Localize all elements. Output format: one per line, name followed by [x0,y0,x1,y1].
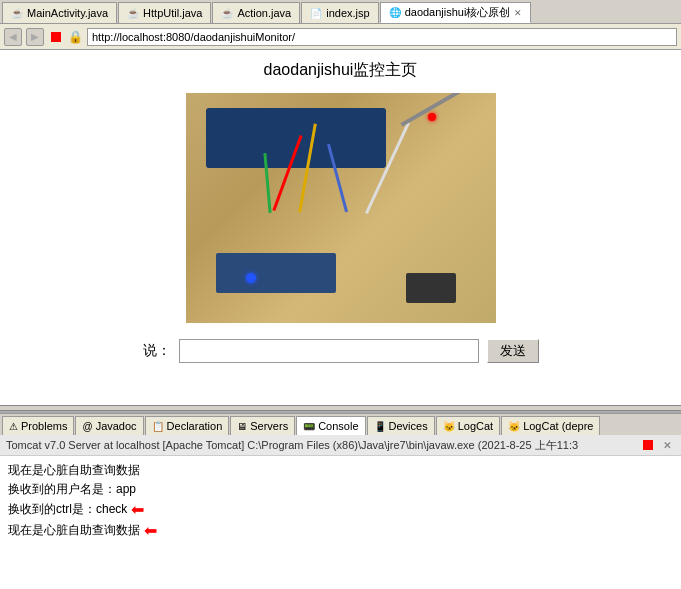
hw-background [186,93,496,323]
tab-console[interactable]: 📟 Console [296,416,365,435]
servers-icon: 🖥 [237,421,247,432]
console-line-4: 现在是心脏自助查询数据 ⬅ [8,521,673,540]
message-input[interactable] [179,339,479,363]
console-line-3: 换收到的ctrl是：check ⬅ [8,500,673,519]
arrow-icon-1: ⬅ [131,500,144,519]
tab-declaration-label: Declaration [167,420,223,432]
hw-board2 [216,253,336,293]
web-icon: 🌐 [389,7,401,18]
tab-label: HttpUtil.java [143,7,202,19]
tab-mainactivity[interactable]: ☕ MainActivity.java [2,2,117,23]
tab-declaration[interactable]: 📋 Declaration [145,416,230,435]
input-row: 说： 发送 [10,339,671,363]
page-title: daodanjishui监控主页 [264,60,418,81]
console-icon: 📟 [303,421,315,432]
java-icon2: ☕ [127,8,139,19]
console-body: 现在是心脏自助查询数据 换收到的用户名是：app 换收到的ctrl是：check… [0,456,681,589]
tab-javadoc-label: Javadoc [96,420,137,432]
logcat2-icon: 🐱 [508,421,520,432]
hardware-image [186,93,496,323]
console-close-icon: ✕ [663,440,671,451]
tab-label: daodanjishui核心原创 [405,5,511,20]
lock-icon: 🔒 [68,30,83,44]
tab-action[interactable]: ☕ Action.java [212,2,300,23]
hw-wires-bundle [400,93,471,127]
hw-board [206,108,386,168]
bottom-panel: ⚠ Problems @ Javadoc 📋 Declaration 🖥 Ser… [0,411,681,589]
address-bar: ◀ ▶ 🔒 [0,24,681,50]
tab-javadoc[interactable]: @ Javadoc [75,416,143,435]
console-text-1: 现在是心脏自助查询数据 [8,462,140,479]
forward-icon: ▶ [31,31,39,42]
console-header-text: Tomcat v7.0 Server at localhost [Apache … [6,438,634,453]
tab-label: index.jsp [326,7,369,19]
console-text-4: 现在是心脏自助查询数据 [8,522,140,539]
say-label: 说： [143,342,171,360]
console-toolbar: ✕ [640,437,675,453]
console-text-3: 换收到的ctrl是：check [8,501,127,518]
tab-close-icon[interactable]: ✕ [514,8,522,18]
tab-devices-label: Devices [389,420,428,432]
tab-problems[interactable]: ⚠ Problems [2,416,74,435]
hw-led-red [428,113,436,121]
tab-httputil[interactable]: ☕ HttpUtil.java [118,2,211,23]
console-stop-icon [643,440,653,450]
tab-servers-label: Servers [250,420,288,432]
java-icon: ☕ [11,8,23,19]
browser-content: daodanjishui监控主页 说： 发送 [0,50,681,405]
stop-button[interactable] [48,29,64,45]
url-input[interactable] [87,28,677,46]
tab-logcat-label: LogCat [458,420,493,432]
console-line-2: 换收到的用户名是：app [8,481,673,498]
tab-logcat2-label: LogCat (depre [523,420,593,432]
stop-icon [51,32,61,42]
bottom-tab-bar: ⚠ Problems @ Javadoc 📋 Declaration 🖥 Ser… [0,413,681,435]
tab-logcat2[interactable]: 🐱 LogCat (depre [501,416,600,435]
hw-led-blue [246,273,256,283]
tab-bar: ☕ MainActivity.java ☕ HttpUtil.java ☕ Ac… [0,0,681,24]
tab-problems-label: Problems [21,420,67,432]
problems-icon: ⚠ [9,421,18,432]
tab-index[interactable]: 📄 index.jsp [301,2,378,23]
jsp-icon: 📄 [310,8,322,19]
tab-daodanjishui[interactable]: 🌐 daodanjishui核心原创 ✕ [380,2,532,23]
console-stop-button[interactable] [640,437,656,453]
devices-icon: 📱 [374,421,386,432]
back-icon: ◀ [9,31,17,42]
send-button[interactable]: 发送 [487,339,539,363]
javadoc-icon: @ [82,421,92,432]
console-header: Tomcat v7.0 Server at localhost [Apache … [0,435,681,456]
tab-label: Action.java [237,7,291,19]
tab-servers[interactable]: 🖥 Servers [230,416,295,435]
arrow-icon-2: ⬅ [144,521,157,540]
java-icon3: ☕ [221,8,233,19]
tab-devices[interactable]: 📱 Devices [367,416,435,435]
tab-console-label: Console [318,420,358,432]
tab-logcat[interactable]: 🐱 LogCat [436,416,500,435]
console-close-button[interactable]: ✕ [659,437,675,453]
tab-label: MainActivity.java [27,7,108,19]
hw-component [406,273,456,303]
logcat-icon: 🐱 [443,421,455,432]
console-text-2: 换收到的用户名是：app [8,481,136,498]
console-line-1: 现在是心脏自助查询数据 [8,462,673,479]
declaration-icon: 📋 [152,421,164,432]
back-button[interactable]: ◀ [4,28,22,46]
console-area: Tomcat v7.0 Server at localhost [Apache … [0,435,681,589]
forward-button[interactable]: ▶ [26,28,44,46]
